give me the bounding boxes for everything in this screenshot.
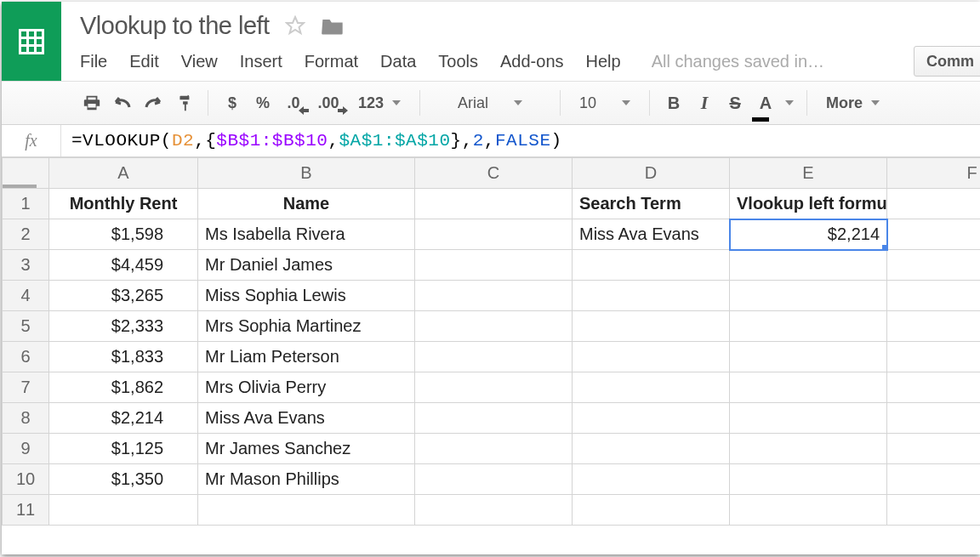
cell-D2[interactable]: Miss Ava Evans <box>573 219 730 250</box>
font-dropdown[interactable]: Arial <box>430 88 550 118</box>
row-header-10[interactable]: 10 <box>3 464 49 495</box>
cell-A11[interactable] <box>49 495 198 526</box>
row-header-4[interactable]: 4 <box>3 281 49 311</box>
cell-E6[interactable] <box>730 342 887 372</box>
cell-A1[interactable]: Monthly Rent <box>49 189 198 219</box>
cell-A3[interactable]: $4,459 <box>49 250 198 281</box>
cell-A2[interactable]: $1,598 <box>49 219 198 250</box>
cell-E4[interactable] <box>730 281 887 311</box>
select-all-corner[interactable] <box>3 158 49 189</box>
cell-D3[interactable] <box>573 250 730 281</box>
cell-B9[interactable]: Mr James Sanchez <box>198 434 415 464</box>
percent-button[interactable]: % <box>249 88 276 118</box>
col-header-F[interactable]: F <box>887 158 981 189</box>
sheets-logo-icon[interactable] <box>2 2 61 81</box>
cell-B1[interactable]: Name <box>198 189 415 219</box>
cell-C4[interactable] <box>415 281 573 311</box>
cell-C5[interactable] <box>415 311 573 342</box>
increase-decimal-button[interactable]: .00 <box>311 88 346 118</box>
menu-tools[interactable]: Tools <box>438 52 478 71</box>
folder-icon[interactable] <box>321 15 345 36</box>
row-header-1[interactable]: 1 <box>3 189 49 219</box>
cell-C1[interactable] <box>415 189 573 219</box>
bold-button[interactable]: B <box>660 88 687 118</box>
spreadsheet-grid[interactable]: A B C D E F 1 Monthly Rent Name Search T… <box>2 157 980 554</box>
cell-D8[interactable] <box>573 403 730 434</box>
italic-button[interactable]: I <box>691 88 718 118</box>
cell-B6[interactable]: Mr Liam Peterson <box>198 342 415 372</box>
cell-E2[interactable]: $2,214 <box>730 219 887 250</box>
cell-B3[interactable]: Mr Daniel James <box>198 250 415 281</box>
menu-help[interactable]: Help <box>586 52 621 71</box>
cell-D11[interactable] <box>573 495 730 526</box>
cell-F1[interactable] <box>887 189 981 219</box>
cell-C7[interactable] <box>415 372 573 403</box>
cell-B2[interactable]: Ms Isabella Rivera <box>198 219 415 250</box>
row-header-2[interactable]: 2 <box>3 219 49 250</box>
star-icon[interactable] <box>285 15 305 36</box>
undo-icon[interactable] <box>109 88 136 118</box>
menu-view[interactable]: View <box>181 52 218 71</box>
cell-C9[interactable] <box>415 434 573 464</box>
cell-A9[interactable]: $1,125 <box>49 434 198 464</box>
row-header-9[interactable]: 9 <box>3 434 49 464</box>
cell-C10[interactable] <box>415 464 573 495</box>
cell-B10[interactable]: Mr Mason Phillips <box>198 464 415 495</box>
col-header-E[interactable]: E <box>730 158 887 189</box>
cell-E3[interactable] <box>730 250 887 281</box>
cell-D4[interactable] <box>573 281 730 311</box>
cell-D7[interactable] <box>573 372 730 403</box>
row-header-7[interactable]: 7 <box>3 372 49 403</box>
col-header-D[interactable]: D <box>573 158 730 189</box>
cell-D5[interactable] <box>573 311 730 342</box>
cell-E8[interactable] <box>730 403 887 434</box>
cell-F4[interactable] <box>887 281 981 311</box>
cell-C11[interactable] <box>415 495 573 526</box>
cell-E10[interactable] <box>730 464 887 495</box>
row-header-6[interactable]: 6 <box>3 342 49 372</box>
cell-E5[interactable] <box>730 311 887 342</box>
cell-E1[interactable]: Vlookup left formula <box>730 189 887 219</box>
redo-icon[interactable] <box>140 88 167 118</box>
cell-D10[interactable] <box>573 464 730 495</box>
cell-B5[interactable]: Mrs Sophia Martinez <box>198 311 415 342</box>
cell-F3[interactable] <box>887 250 981 281</box>
cell-C6[interactable] <box>415 342 573 372</box>
currency-button[interactable]: $ <box>219 88 246 118</box>
cell-B7[interactable]: Mrs Olivia Perry <box>198 372 415 403</box>
cell-B4[interactable]: Miss Sophia Lewis <box>198 281 415 311</box>
cell-E7[interactable] <box>730 372 887 403</box>
menu-insert[interactable]: Insert <box>240 52 282 71</box>
cell-A5[interactable]: $2,333 <box>49 311 198 342</box>
more-dropdown[interactable]: More <box>818 88 888 118</box>
menu-format[interactable]: Format <box>305 52 358 71</box>
cell-F5[interactable] <box>887 311 981 342</box>
cell-F7[interactable] <box>887 372 981 403</box>
cell-F10[interactable] <box>887 464 981 495</box>
col-header-B[interactable]: B <box>198 158 415 189</box>
menu-addons[interactable]: Add-ons <box>500 52 564 71</box>
cell-C3[interactable] <box>415 250 573 281</box>
cell-E11[interactable] <box>730 495 887 526</box>
row-header-11[interactable]: 11 <box>3 495 49 526</box>
cell-F2[interactable] <box>887 219 981 250</box>
menu-data[interactable]: Data <box>380 52 416 71</box>
strikethrough-button[interactable]: S <box>721 88 749 118</box>
document-title[interactable]: Vlookup to the left <box>80 12 270 40</box>
row-header-5[interactable]: 5 <box>3 311 49 342</box>
cell-A6[interactable]: $1,833 <box>49 342 198 372</box>
cell-A10[interactable]: $1,350 <box>49 464 198 495</box>
cell-A8[interactable]: $2,214 <box>49 403 198 434</box>
cell-F6[interactable] <box>887 342 981 372</box>
decrease-decimal-button[interactable]: .0 <box>280 88 307 118</box>
cell-D1[interactable]: Search Term <box>573 189 730 219</box>
menu-file[interactable]: File <box>80 52 107 71</box>
cell-F8[interactable] <box>887 403 981 434</box>
chevron-down-icon[interactable] <box>785 100 794 105</box>
row-header-3[interactable]: 3 <box>3 250 49 281</box>
menu-edit[interactable]: Edit <box>129 52 158 71</box>
text-color-button[interactable]: A <box>752 88 779 118</box>
paint-format-icon[interactable] <box>170 88 197 118</box>
cell-F11[interactable] <box>887 495 981 526</box>
cell-B8[interactable]: Miss Ava Evans <box>198 403 415 434</box>
